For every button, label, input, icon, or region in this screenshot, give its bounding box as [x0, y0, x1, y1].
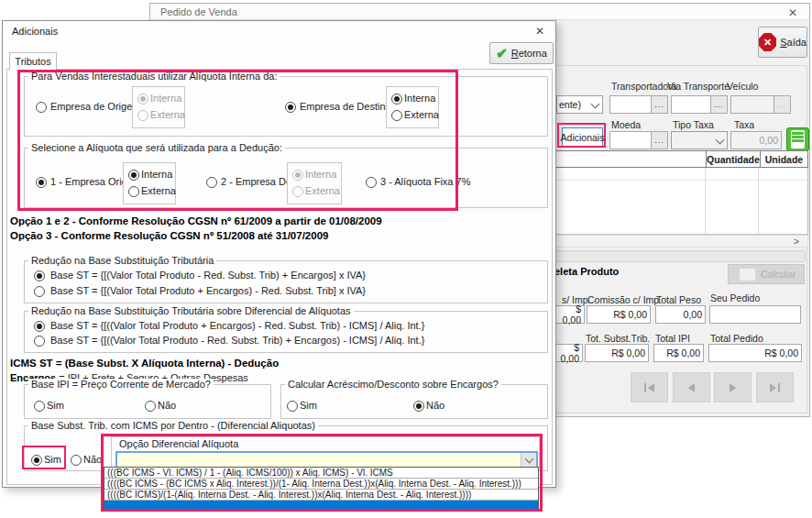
radio-acrescimo-nao[interactable]: [413, 401, 424, 412]
lookup-ellipsis-icon[interactable]: ...: [710, 96, 727, 113]
grid-body: [554, 168, 808, 235]
section-icms-dentro-legend: Base Subst. Trib. com ICMS por Dentro - …: [28, 420, 318, 431]
base-ipi-nao-label[interactable]: Não: [158, 400, 176, 411]
tab-tributos[interactable]: Tributos: [9, 52, 57, 70]
base-ipi-sim-label[interactable]: Sim: [47, 400, 64, 411]
acrescimo-sim-label[interactable]: Sim: [300, 400, 317, 411]
deleta-produto-label: eleta Produto: [554, 266, 619, 277]
section-reducao-st-groupbox: [24, 260, 548, 303]
reducao-dif-opt2-label[interactable]: Base ST = {[((Valor Total Produto - Red.…: [50, 335, 424, 346]
taxa-label: Taxa: [734, 119, 754, 130]
comissao-c-imp-value: R$ 0,00: [587, 309, 650, 320]
stop-x-icon: [759, 33, 776, 51]
tot-subst-trib-field: R$ 0,00: [585, 344, 649, 362]
scroll-right-arrow-icon[interactable]: >: [794, 237, 799, 247]
saida-button[interactable]: Saída: [758, 27, 807, 58]
nav-prev-icon: [688, 383, 695, 392]
total-ipi-value: R$ 0,00: [654, 347, 703, 358]
highlight-box-adicionais-button: [557, 123, 606, 148]
total-peso-value: 0,00: [656, 309, 705, 320]
saida-label: Saída: [780, 37, 807, 48]
moeda-field[interactable]: ...: [609, 131, 668, 149]
nav-last-button: [756, 372, 794, 402]
moeda-label: Moeda: [611, 119, 641, 130]
seu-pedido-label: Seu Pedido: [710, 292, 760, 303]
via-transporte-field[interactable]: ...: [671, 95, 728, 114]
occluded-total-value: $ 0,00: [555, 342, 582, 364]
comissao-s-imp-value: $ 0,00: [555, 303, 584, 325]
total-ipi-field: R$ 0,00: [653, 344, 704, 362]
transportadora-field[interactable]: ...: [609, 95, 668, 114]
radio-reducao-st-opt1[interactable]: [34, 270, 45, 281]
window-close-icon[interactable]: ✕: [788, 7, 797, 18]
chevron-down-icon[interactable]: [588, 96, 602, 113]
veiculo-label: Veículo: [727, 81, 758, 92]
calcular-toggle-button[interactable]: Calcular: [728, 264, 805, 284]
via-transporte-label: Via Transporte: [667, 81, 730, 92]
veiculo-field: ...: [730, 95, 791, 114]
toggle-knob: [740, 269, 755, 281]
retorna-button[interactable]: Retorna: [489, 42, 554, 64]
grid-row-line: [555, 180, 807, 181]
client-combo-value: ente): [557, 99, 588, 110]
highlight-box-sim-radio: [22, 446, 66, 469]
comissao-c-imp-label: Comissão c/ Imp.: [587, 294, 662, 305]
section-acrescimo-legend: Calcular Acréscimo/Desconto sobre Encarg…: [285, 379, 501, 390]
calculator-button[interactable]: [786, 127, 809, 151]
dialog-close-icon[interactable]: ✕: [535, 25, 544, 38]
calculator-icon: [791, 130, 805, 149]
radio-base-ipi-nao[interactable]: [145, 401, 156, 412]
grid-hscrollbar[interactable]: >: [554, 235, 808, 248]
radio-reducao-st-opt2[interactable]: [34, 286, 45, 297]
taxa-field: 0,00: [730, 131, 782, 149]
radio-reducao-dif-opt1[interactable]: [34, 321, 45, 332]
grid-header-filler: [555, 151, 706, 167]
note-opcao-1-2: Opção 1 e 2 - Conforme Resolução CGSN nº…: [10, 215, 382, 226]
radio-icms-dentro-nao[interactable]: [71, 455, 82, 466]
calcular-label: Calcular: [761, 269, 796, 280]
total-pedido-value: R$ 0,00: [709, 347, 801, 358]
section-reducao-dif-groupbox: [24, 311, 548, 353]
total-pedido-field: R$ 0,00: [708, 344, 802, 362]
reducao-st-opt2-label[interactable]: Base ST = {[(Valor Total Produto + Encar…: [50, 285, 366, 296]
grid-divider: [758, 168, 759, 234]
icms-dentro-nao-label[interactable]: Não: [83, 454, 102, 465]
total-peso-field: 0,00: [655, 305, 706, 324]
taxa-value: 0,00: [731, 135, 781, 146]
comissao-c-imp-field: R$ 0,00: [587, 305, 651, 324]
nav-prev-button: [673, 372, 710, 402]
lookup-ellipsis-icon[interactable]: ...: [651, 96, 667, 113]
radio-reducao-dif-opt2[interactable]: [34, 336, 45, 347]
radio-base-ipi-sim[interactable]: [34, 401, 45, 412]
nav-next-button: [714, 372, 752, 402]
grid-divider: [705, 168, 706, 234]
check-icon: [496, 45, 508, 61]
collapsed-panel-bar: [554, 250, 806, 262]
total-peso-label: Total Peso: [656, 294, 701, 305]
nav-next-icon: [730, 383, 736, 392]
screen: Pedido de Venda ✕ Saída Transportadora V…: [0, 0, 812, 518]
note-opcao-3: Opção 3 - Conforme Resolução CGSN nº 51/…: [10, 230, 328, 241]
section-reducao-st-legend: Redução na Base Substituição Tributária: [28, 255, 216, 266]
reducao-st-opt1-label[interactable]: Base ST = {[(Valor Total Produto - Red. …: [50, 270, 366, 281]
tipo-taxa-label: Tipo Taxa: [673, 119, 714, 130]
window-titlebar: [150, 4, 809, 20]
lookup-ellipsis-icon: ...: [774, 96, 790, 113]
nav-last-icon: [770, 383, 776, 392]
client-combo[interactable]: ente): [556, 95, 603, 114]
tot-subst-trib-value: R$ 0,00: [586, 347, 648, 358]
total-pedido-label: Total Pedido: [710, 333, 763, 344]
reducao-dif-opt1-label[interactable]: Base ST = {[((Valor Total Produto + Enca…: [50, 320, 424, 331]
nav-first-icon: [644, 383, 646, 392]
acrescimo-nao-label[interactable]: Não: [426, 400, 444, 411]
chevron-down-icon: [713, 132, 727, 149]
seu-pedido-field[interactable]: [709, 305, 801, 324]
window-title: Pedido de Venda: [160, 6, 237, 17]
grid-header-unidade[interactable]: Unidade: [760, 151, 807, 167]
retorna-label: Retorna: [511, 48, 547, 59]
radio-acrescimo-sim[interactable]: [287, 401, 298, 412]
lookup-ellipsis-icon[interactable]: ...: [651, 132, 667, 149]
total-ipi-label: Total IPI: [655, 333, 690, 344]
tot-subst-trib-label: Tot. Subst.Trib.: [586, 333, 650, 344]
grid-header-quantidade[interactable]: Quantidade: [706, 151, 760, 167]
